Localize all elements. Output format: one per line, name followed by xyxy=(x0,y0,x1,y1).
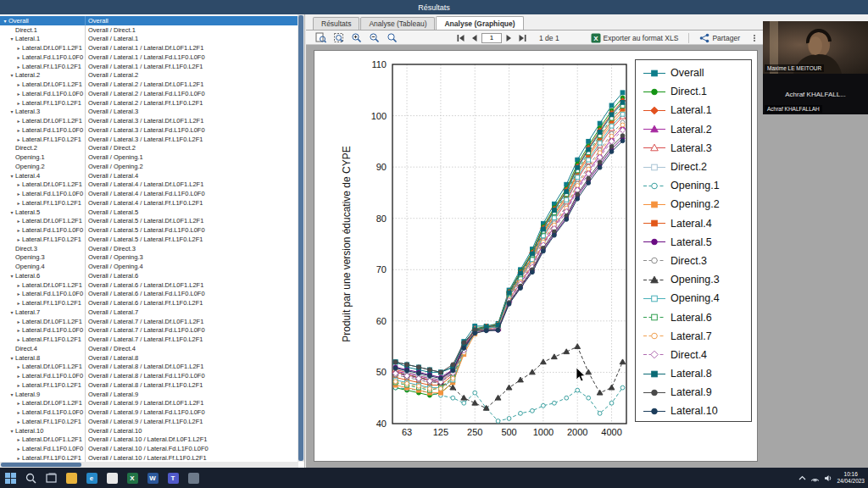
network-icon[interactable] xyxy=(810,474,820,482)
collapse-icon[interactable]: ▾ xyxy=(8,36,15,42)
page-number-input[interactable] xyxy=(481,33,502,43)
excel-icon[interactable]: X xyxy=(122,468,142,488)
tree-row[interactable]: ▸Lateral.Df.L0F1.L2F1Overall / Lateral.4… xyxy=(0,180,298,190)
expand-icon[interactable]: ▸ xyxy=(15,363,22,369)
scrollbar-thumb[interactable] xyxy=(1,463,81,467)
tree-row[interactable]: ▸Lateral.Ff.L1F0.L2F1Overall / Lateral.2… xyxy=(0,98,298,108)
tree-row[interactable]: ▸Lateral.Df.L0F1.L2F1Overall / Lateral.1… xyxy=(0,43,298,53)
expand-icon[interactable]: ▸ xyxy=(15,127,22,133)
tree-row[interactable]: ▸Lateral.Df.L0F1.L2F1Overall / Lateral.6… xyxy=(0,280,298,290)
tree-row[interactable]: ▸Lateral.Fd.L1F0.L0F0Overall / Lateral.3… xyxy=(0,125,298,135)
tree-row[interactable]: ▸Lateral.Ff.L1F0.L2F1Overall / Lateral.1… xyxy=(0,453,298,462)
expand-icon[interactable]: ▸ xyxy=(15,81,22,87)
tree-row[interactable]: Direct.1Overall / Direct.1 xyxy=(0,25,298,35)
expand-icon[interactable]: ▸ xyxy=(15,45,22,51)
tree-row[interactable]: ▸Lateral.Df.L0F1.L2F1Overall / Lateral.8… xyxy=(0,363,298,372)
tree-row[interactable]: ▸Lateral.Ff.L1F0.L2F1Overall / Lateral.9… xyxy=(0,417,298,426)
expand-icon[interactable]: ▸ xyxy=(15,319,22,324)
expand-icon[interactable]: ▸ xyxy=(15,91,22,97)
collapse-icon[interactable]: ▾ xyxy=(8,309,15,315)
expand-icon[interactable]: ▸ xyxy=(15,200,22,206)
collapse-icon[interactable]: ▾ xyxy=(8,355,15,361)
tree-row[interactable]: ▸Lateral.Ff.L1F0.L2F1Overall / Lateral.6… xyxy=(0,298,298,308)
expand-icon[interactable]: ▸ xyxy=(15,373,22,379)
expand-icon[interactable]: ▸ xyxy=(15,336,22,342)
tree-row[interactable]: ▾OverallOverall xyxy=(0,16,298,25)
expand-icon[interactable]: ▸ xyxy=(15,100,22,106)
expand-icon[interactable]: ▸ xyxy=(15,327,22,333)
expand-icon[interactable]: ▸ xyxy=(15,300,22,306)
volume-icon[interactable] xyxy=(824,474,832,482)
collapse-icon[interactable]: ▾ xyxy=(8,273,15,279)
expand-icon[interactable]: ▸ xyxy=(15,236,22,242)
collapse-icon[interactable]: ▾ xyxy=(8,72,15,78)
share-button[interactable]: Partager xyxy=(697,31,743,44)
tree-row[interactable]: Opening.4Overall / Opening.4 xyxy=(0,262,298,271)
tree-row[interactable]: ▸Lateral.Fd.L1F0.L0F0Overall / Lateral.1… xyxy=(0,53,298,62)
tree-row[interactable]: ▸Lateral.Df.L0F1.L2F1Overall / Lateral.5… xyxy=(0,217,298,226)
tree-row[interactable]: ▸Lateral.Df.L0F1.L2F1Overall / Lateral.3… xyxy=(0,116,298,125)
task-view-icon[interactable] xyxy=(41,468,61,488)
tree-row[interactable]: Opening.2Overall / Opening.2 xyxy=(0,162,298,171)
tab-r-sultats[interactable]: Résultats xyxy=(313,17,359,30)
tree-row[interactable]: ▾Lateral.6Overall / Lateral.6 xyxy=(0,271,298,280)
expand-icon[interactable]: ▸ xyxy=(15,409,22,415)
tree-row[interactable]: ▸Lateral.Df.L0F1.L2F1Overall / Lateral.7… xyxy=(0,317,298,326)
tree-row[interactable]: Direct.2Overall / Direct.2 xyxy=(0,144,298,153)
expand-icon[interactable]: ▸ xyxy=(15,191,22,197)
app-icon[interactable] xyxy=(183,468,203,488)
tree-row[interactable]: ▸Lateral.Ff.L1F0.L2F1Overall / Lateral.8… xyxy=(0,380,298,390)
tree-row[interactable]: ▾Lateral.4Overall / Lateral.4 xyxy=(0,171,298,180)
tree-row[interactable]: Opening.3Overall / Opening.3 xyxy=(0,253,298,263)
tree-row[interactable]: ▸Lateral.Ff.L1F0.L2F1Overall / Lateral.7… xyxy=(0,335,298,344)
tray-expand-icon[interactable] xyxy=(798,474,806,482)
collapse-icon[interactable]: ▾ xyxy=(8,108,15,114)
collapse-icon[interactable]: ▾ xyxy=(8,209,15,215)
word-icon[interactable]: W xyxy=(142,468,163,488)
tree-row[interactable]: ▸Lateral.Ff.L1F0.L2F1Overall / Lateral.4… xyxy=(0,198,298,208)
actual-size-button[interactable] xyxy=(384,31,400,44)
collapse-icon[interactable]: ▾ xyxy=(8,391,15,397)
zoom-in-button[interactable] xyxy=(348,31,364,44)
tree-row[interactable]: ▸Lateral.Ff.L1F0.L2F1Overall / Lateral.1… xyxy=(0,62,298,71)
chrome-icon[interactable] xyxy=(102,468,122,488)
expand-icon[interactable]: ▸ xyxy=(15,446,22,452)
tab-analyse-tableau-[interactable]: Analyse (Tableau) xyxy=(360,17,435,30)
preview-button[interactable] xyxy=(313,31,329,44)
tree-row[interactable]: ▸Lateral.Fd.L1F0.L0F0Overall / Lateral.7… xyxy=(0,326,298,336)
collapse-icon[interactable]: ▾ xyxy=(8,173,15,179)
more-button[interactable] xyxy=(748,31,761,44)
tree-row[interactable]: ▾Lateral.7Overall / Lateral.7 xyxy=(0,308,298,317)
edge-icon[interactable]: e xyxy=(81,468,102,488)
tree-row[interactable]: ▸Lateral.Fd.L1F0.L0F0Overall / Lateral.6… xyxy=(0,290,298,299)
expand-icon[interactable]: ▸ xyxy=(15,218,22,224)
tree-row[interactable]: ▸Lateral.Fd.L1F0.L0F0Overall / Lateral.4… xyxy=(0,189,298,198)
expand-icon[interactable]: ▸ xyxy=(15,118,22,124)
tree-row[interactable]: ▸Lateral.Df.L0F1.L2F1Overall / Lateral.2… xyxy=(0,80,298,89)
tree-row[interactable]: ▾Lateral.5Overall / Lateral.5 xyxy=(0,208,298,217)
previous-page-button[interactable] xyxy=(469,31,480,44)
expand-icon[interactable]: ▸ xyxy=(15,400,22,406)
tree-row[interactable]: ▾Lateral.3Overall / Lateral.3 xyxy=(0,108,298,117)
teams-icon[interactable]: T xyxy=(163,468,183,488)
tree-row[interactable]: Opening.1Overall / Opening.1 xyxy=(0,152,298,162)
tree-row[interactable]: ▾Lateral.2Overall / Lateral.2 xyxy=(0,71,298,80)
tree-row[interactable]: ▸Lateral.Ff.L1F0.L2F1Overall / Lateral.5… xyxy=(0,235,298,244)
tree-row[interactable]: ▸Lateral.Ff.L1F0.L2F1Overall / Lateral.3… xyxy=(0,135,298,144)
expand-icon[interactable]: ▸ xyxy=(15,419,22,424)
tree-row[interactable]: ▸Lateral.Fd.L1F0.L0F0Overall / Lateral.2… xyxy=(0,89,298,98)
expand-icon[interactable]: ▸ xyxy=(15,64,22,69)
collapse-icon[interactable]: ▾ xyxy=(8,428,15,434)
fit-page-button[interactable] xyxy=(331,31,347,44)
expand-icon[interactable]: ▸ xyxy=(15,136,22,142)
tree-row[interactable]: Direct.3Overall / Direct.3 xyxy=(0,244,298,253)
zoom-out-button[interactable] xyxy=(366,31,382,44)
participant-audio-tile[interactable]: Achraf KHALFALL... Achraf KHALFALLAH xyxy=(763,74,868,114)
tree-row[interactable]: ▾Lateral.1Overall / Lateral.1 xyxy=(0,35,298,44)
tree-row[interactable]: ▾Lateral.8Overall / Lateral.8 xyxy=(0,353,298,363)
collapse-icon[interactable]: ▾ xyxy=(2,18,8,24)
expand-icon[interactable]: ▸ xyxy=(15,181,22,187)
scrollbar-thumb[interactable] xyxy=(298,15,303,461)
tree-row[interactable]: ▾Lateral.9Overall / Lateral.9 xyxy=(0,390,298,399)
file-explorer-icon[interactable] xyxy=(61,468,81,488)
